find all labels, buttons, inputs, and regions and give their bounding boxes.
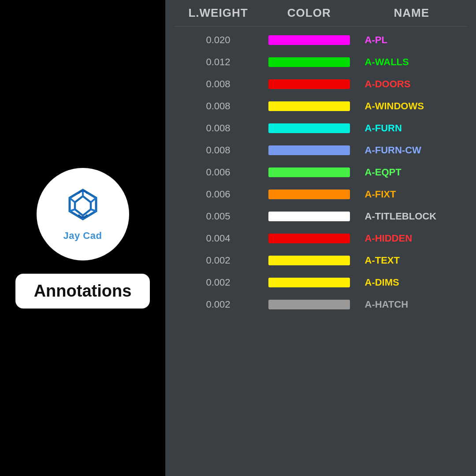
cell-name: A-WALLS <box>361 56 463 68</box>
cell-color <box>258 212 361 221</box>
cell-name: A-FIXT <box>361 189 463 200</box>
color-bar <box>268 145 350 155</box>
logo-text: Jay Cad <box>63 230 102 242</box>
cell-name: A-HIDDEN <box>361 233 463 244</box>
annotations-badge: Annotations <box>15 274 150 309</box>
cell-color <box>258 145 361 155</box>
cell-color <box>258 278 361 287</box>
table-row: 0.006 A-EQPT <box>174 161 467 183</box>
cell-lweight: 0.002 <box>178 299 258 310</box>
table-row: 0.008 A-WINDOWS <box>174 95 467 117</box>
cell-name: A-WINDOWS <box>361 100 463 112</box>
color-bar <box>268 123 350 133</box>
table-header: L.WEIGHT COLOR NAME <box>174 0 467 26</box>
cell-color <box>258 167 361 177</box>
cell-lweight: 0.020 <box>178 34 258 46</box>
color-bar <box>268 278 350 287</box>
header-color: COLOR <box>258 6 361 20</box>
jaycad-logo-icon <box>59 187 107 227</box>
table-row: 0.008 A-FURN-CW <box>174 139 467 161</box>
cell-color <box>258 190 361 199</box>
cell-lweight: 0.008 <box>178 78 258 90</box>
cell-name: A-TEXT <box>361 255 463 266</box>
table-row: 0.004 A-HIDDEN <box>174 227 467 249</box>
cell-name: A-EQPT <box>361 167 463 178</box>
color-bar <box>268 190 350 199</box>
table-row: 0.008 A-DOORS <box>174 73 467 95</box>
left-panel: Jay Cad Annotations <box>0 0 165 476</box>
cell-lweight: 0.004 <box>178 233 258 244</box>
table-row: 0.005 A-TITLEBLOCK <box>174 205 467 227</box>
cell-lweight: 0.008 <box>178 145 258 156</box>
cell-color <box>258 256 361 265</box>
logo-circle: Jay Cad <box>37 168 129 260</box>
cell-lweight: 0.006 <box>178 189 258 200</box>
cell-color <box>258 300 361 309</box>
cell-name: A-DOORS <box>361 78 463 90</box>
table-row: 0.002 A-TEXT <box>174 249 467 271</box>
cell-color <box>258 123 361 133</box>
cell-name: A-TITLEBLOCK <box>361 211 463 222</box>
cell-color <box>258 234 361 243</box>
color-bar <box>268 300 350 309</box>
table-row: 0.006 A-FIXT <box>174 183 467 205</box>
table-row: 0.020 A-PL <box>174 29 467 51</box>
color-bar <box>268 167 350 177</box>
cell-color <box>258 57 361 67</box>
table-row: 0.002 A-DIMS <box>174 271 467 294</box>
color-bar <box>268 234 350 243</box>
table-body: 0.020 A-PL 0.012 A-WALLS 0.008 A-DOORS 0… <box>174 26 467 316</box>
color-bar <box>268 256 350 265</box>
cell-lweight: 0.005 <box>178 211 258 222</box>
cell-color <box>258 79 361 89</box>
cell-name: A-FURN <box>361 123 463 134</box>
color-bar <box>268 35 350 45</box>
cell-color <box>258 101 361 111</box>
cell-lweight: 0.006 <box>178 167 258 178</box>
color-bar <box>268 212 350 221</box>
cell-lweight: 0.002 <box>178 277 258 288</box>
annotations-label: Annotations <box>34 282 132 300</box>
table-row: 0.008 A-FURN <box>174 117 467 139</box>
header-lweight: L.WEIGHT <box>178 6 258 20</box>
header-name: NAME <box>361 6 463 20</box>
cell-lweight: 0.002 <box>178 255 258 266</box>
cell-lweight: 0.008 <box>178 100 258 112</box>
cell-name: A-HATCH <box>361 299 463 310</box>
cell-color <box>258 35 361 45</box>
color-bar <box>268 101 350 111</box>
color-bar <box>268 57 350 67</box>
cell-lweight: 0.008 <box>178 123 258 134</box>
cell-name: A-PL <box>361 34 463 46</box>
cell-lweight: 0.012 <box>178 56 258 68</box>
svg-marker-1 <box>75 196 91 216</box>
table-row: 0.012 A-WALLS <box>174 51 467 73</box>
cell-name: A-FURN-CW <box>361 145 463 156</box>
table-row: 0.002 A-HATCH <box>174 294 467 316</box>
right-panel: L.WEIGHT COLOR NAME 0.020 A-PL 0.012 A-W… <box>165 0 476 476</box>
cell-name: A-DIMS <box>361 277 463 288</box>
color-bar <box>268 79 350 89</box>
